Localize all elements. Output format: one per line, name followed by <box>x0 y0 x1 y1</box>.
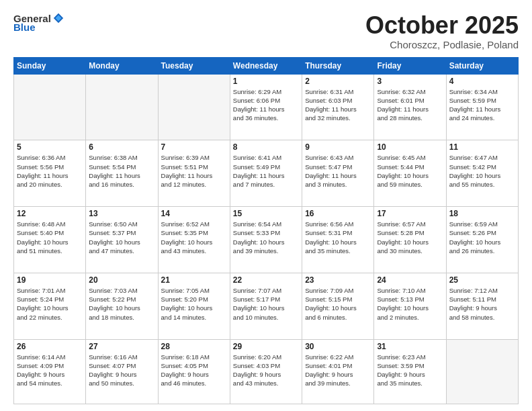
day-number: 21 <box>161 275 227 285</box>
day-info: Sunrise: 7:12 AM Sunset: 5:11 PM Dayligh… <box>449 286 515 322</box>
day-number: 18 <box>449 209 515 218</box>
day-info: Sunrise: 6:59 AM Sunset: 5:26 PM Dayligh… <box>449 220 515 255</box>
header: General Blue October 2025 Choroszcz, Pod… <box>13 12 519 50</box>
day-number: 16 <box>305 209 371 218</box>
page: General Blue October 2025 Choroszcz, Pod… <box>0 0 532 411</box>
calendar-cell <box>158 74 230 140</box>
calendar-cell: 12Sunrise: 6:48 AM Sunset: 5:40 PM Dayli… <box>14 207 86 273</box>
day-info: Sunrise: 6:52 AM Sunset: 5:35 PM Dayligh… <box>161 220 227 255</box>
calendar-header-row: SundayMondayTuesdayWednesdayThursdayFrid… <box>14 57 519 74</box>
col-header-wednesday: Wednesday <box>230 57 302 74</box>
calendar-cell <box>446 339 518 404</box>
day-number: 27 <box>89 342 154 351</box>
calendar-week-2: 12Sunrise: 6:48 AM Sunset: 5:40 PM Dayli… <box>14 207 519 273</box>
calendar-week-4: 26Sunrise: 6:14 AM Sunset: 4:09 PM Dayli… <box>14 339 519 404</box>
day-info: Sunrise: 7:03 AM Sunset: 5:22 PM Dayligh… <box>89 286 154 322</box>
col-header-sunday: Sunday <box>14 57 86 74</box>
calendar-cell: 19Sunrise: 7:01 AM Sunset: 5:24 PM Dayli… <box>14 273 86 339</box>
day-info: Sunrise: 6:32 AM Sunset: 6:01 PM Dayligh… <box>377 87 443 123</box>
col-header-friday: Friday <box>374 57 446 74</box>
calendar-cell: 18Sunrise: 6:59 AM Sunset: 5:26 PM Dayli… <box>446 207 518 273</box>
logo-icon <box>52 12 64 24</box>
day-number: 7 <box>161 142 227 152</box>
day-number: 6 <box>89 142 154 152</box>
day-number: 9 <box>305 142 371 152</box>
day-info: Sunrise: 6:22 AM Sunset: 4:01 PM Dayligh… <box>305 353 371 388</box>
day-number: 5 <box>17 142 83 152</box>
day-info: Sunrise: 6:18 AM Sunset: 4:05 PM Dayligh… <box>161 353 227 388</box>
calendar-cell: 17Sunrise: 6:57 AM Sunset: 5:28 PM Dayli… <box>374 207 446 273</box>
calendar-cell: 2Sunrise: 6:31 AM Sunset: 6:03 PM Daylig… <box>302 74 374 140</box>
day-info: Sunrise: 6:36 AM Sunset: 5:56 PM Dayligh… <box>17 153 83 189</box>
calendar-cell <box>14 74 86 140</box>
calendar-cell: 14Sunrise: 6:52 AM Sunset: 5:35 PM Dayli… <box>158 207 230 273</box>
calendar-cell: 23Sunrise: 7:09 AM Sunset: 5:15 PM Dayli… <box>302 273 374 339</box>
day-number: 29 <box>233 342 299 351</box>
calendar-cell: 6Sunrise: 6:38 AM Sunset: 5:54 PM Daylig… <box>86 140 158 207</box>
day-number: 26 <box>17 342 83 351</box>
col-header-tuesday: Tuesday <box>158 57 230 74</box>
calendar-table: SundayMondayTuesdayWednesdayThursdayFrid… <box>13 57 519 404</box>
day-number: 2 <box>305 77 371 86</box>
calendar-cell: 9Sunrise: 6:43 AM Sunset: 5:47 PM Daylig… <box>302 140 374 207</box>
day-number: 10 <box>377 142 443 152</box>
day-number: 8 <box>233 142 299 152</box>
day-info: Sunrise: 6:31 AM Sunset: 6:03 PM Dayligh… <box>305 87 371 123</box>
calendar-cell: 21Sunrise: 7:05 AM Sunset: 5:20 PM Dayli… <box>158 273 230 339</box>
day-number: 24 <box>377 275 443 285</box>
calendar-cell: 13Sunrise: 6:50 AM Sunset: 5:37 PM Dayli… <box>86 207 158 273</box>
day-info: Sunrise: 7:05 AM Sunset: 5:20 PM Dayligh… <box>161 286 227 322</box>
day-number: 31 <box>377 342 443 351</box>
calendar-cell: 10Sunrise: 6:45 AM Sunset: 5:44 PM Dayli… <box>374 140 446 207</box>
calendar-cell: 25Sunrise: 7:12 AM Sunset: 5:11 PM Dayli… <box>446 273 518 339</box>
col-header-thursday: Thursday <box>302 57 374 74</box>
calendar-cell: 22Sunrise: 7:07 AM Sunset: 5:17 PM Dayli… <box>230 273 302 339</box>
day-info: Sunrise: 6:41 AM Sunset: 5:49 PM Dayligh… <box>233 153 299 189</box>
day-info: Sunrise: 6:16 AM Sunset: 4:07 PM Dayligh… <box>89 353 154 388</box>
col-header-saturday: Saturday <box>446 57 518 74</box>
day-info: Sunrise: 7:07 AM Sunset: 5:17 PM Dayligh… <box>233 286 299 322</box>
day-number: 25 <box>449 275 515 285</box>
day-info: Sunrise: 7:01 AM Sunset: 5:24 PM Dayligh… <box>17 286 83 322</box>
calendar-week-0: 1Sunrise: 6:29 AM Sunset: 6:06 PM Daylig… <box>14 74 519 140</box>
calendar-cell: 8Sunrise: 6:41 AM Sunset: 5:49 PM Daylig… <box>230 140 302 207</box>
title-block: October 2025 Choroszcz, Podlasie, Poland <box>365 12 519 50</box>
calendar-cell: 28Sunrise: 6:18 AM Sunset: 4:05 PM Dayli… <box>158 339 230 404</box>
day-info: Sunrise: 6:34 AM Sunset: 5:59 PM Dayligh… <box>449 87 515 123</box>
calendar-cell: 20Sunrise: 7:03 AM Sunset: 5:22 PM Dayli… <box>86 273 158 339</box>
day-info: Sunrise: 7:09 AM Sunset: 5:15 PM Dayligh… <box>305 286 371 322</box>
day-info: Sunrise: 6:45 AM Sunset: 5:44 PM Dayligh… <box>377 153 443 189</box>
day-info: Sunrise: 6:38 AM Sunset: 5:54 PM Dayligh… <box>89 153 154 189</box>
col-header-monday: Monday <box>86 57 158 74</box>
day-info: Sunrise: 6:29 AM Sunset: 6:06 PM Dayligh… <box>233 87 299 123</box>
day-number: 3 <box>377 77 443 86</box>
calendar-cell: 31Sunrise: 6:23 AM Sunset: 3:59 PM Dayli… <box>374 339 446 404</box>
calendar-cell: 1Sunrise: 6:29 AM Sunset: 6:06 PM Daylig… <box>230 74 302 140</box>
day-number: 28 <box>161 342 227 351</box>
day-info: Sunrise: 6:43 AM Sunset: 5:47 PM Dayligh… <box>305 153 371 189</box>
day-info: Sunrise: 6:57 AM Sunset: 5:28 PM Dayligh… <box>377 220 443 255</box>
calendar-cell: 27Sunrise: 6:16 AM Sunset: 4:07 PM Dayli… <box>86 339 158 404</box>
day-number: 23 <box>305 275 371 285</box>
day-info: Sunrise: 6:56 AM Sunset: 5:31 PM Dayligh… <box>305 220 371 255</box>
calendar-cell: 29Sunrise: 6:20 AM Sunset: 4:03 PM Dayli… <box>230 339 302 404</box>
day-number: 22 <box>233 275 299 285</box>
day-number: 11 <box>449 142 515 152</box>
calendar-cell: 15Sunrise: 6:54 AM Sunset: 5:33 PM Dayli… <box>230 207 302 273</box>
day-number: 20 <box>89 275 154 285</box>
day-number: 19 <box>17 275 83 285</box>
day-info: Sunrise: 6:39 AM Sunset: 5:51 PM Dayligh… <box>161 153 227 189</box>
day-info: Sunrise: 6:23 AM Sunset: 3:59 PM Dayligh… <box>377 353 443 388</box>
calendar-cell: 26Sunrise: 6:14 AM Sunset: 4:09 PM Dayli… <box>14 339 86 404</box>
day-number: 12 <box>17 209 83 218</box>
day-info: Sunrise: 6:20 AM Sunset: 4:03 PM Dayligh… <box>233 353 299 388</box>
calendar-week-1: 5Sunrise: 6:36 AM Sunset: 5:56 PM Daylig… <box>14 140 519 207</box>
calendar-week-3: 19Sunrise: 7:01 AM Sunset: 5:24 PM Dayli… <box>14 273 519 339</box>
day-number: 17 <box>377 209 443 218</box>
logo: General Blue <box>13 12 64 33</box>
day-info: Sunrise: 7:10 AM Sunset: 5:13 PM Dayligh… <box>377 286 443 322</box>
calendar-cell: 11Sunrise: 6:47 AM Sunset: 5:42 PM Dayli… <box>446 140 518 207</box>
day-number: 14 <box>161 209 227 218</box>
calendar-cell: 4Sunrise: 6:34 AM Sunset: 5:59 PM Daylig… <box>446 74 518 140</box>
calendar-cell <box>86 74 158 140</box>
